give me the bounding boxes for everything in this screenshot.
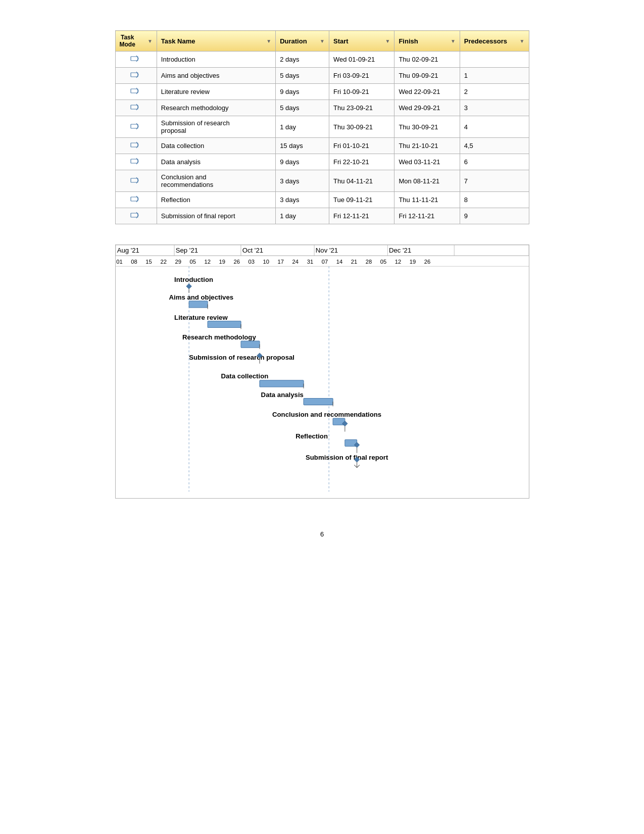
auto-schedule-icon <box>130 87 141 95</box>
svg-text:22: 22 <box>160 259 166 265</box>
gantt-chart: Aug '21 Sep '21 Oct '21 Nov '21 Dec '21 <box>115 244 529 500</box>
cell-predecessors: 3 <box>460 100 529 116</box>
svg-text:03: 03 <box>248 259 254 265</box>
svg-rect-5 <box>131 143 138 147</box>
chart-label-data-analysis: Data analysis <box>261 391 303 399</box>
svg-line-34 <box>357 465 359 467</box>
svg-text:Aug '21: Aug '21 <box>117 247 139 254</box>
svg-text:19: 19 <box>219 259 225 265</box>
svg-text:26: 26 <box>233 259 239 265</box>
cell-start: Fri 10-09-21 <box>329 84 394 100</box>
cell-task-mode <box>115 192 157 208</box>
cell-start: Thu 30-09-21 <box>329 116 394 138</box>
cell-task-name: Data collection <box>157 138 275 154</box>
chart-label-literature: Literature review <box>174 314 228 321</box>
th-task-name: Task Name ▼ <box>157 31 275 52</box>
svg-rect-8 <box>131 197 138 201</box>
cell-predecessors: 8 <box>460 192 529 208</box>
svg-rect-0 <box>131 57 138 61</box>
cell-predecessors: 9 <box>460 208 529 224</box>
svg-rect-6 <box>131 159 138 163</box>
svg-rect-4 <box>131 124 138 128</box>
cell-finish: Wed 22-09-21 <box>394 84 460 100</box>
page: Task Mode ▼ Task Name ▼ Duration ▼ <box>95 0 550 568</box>
cell-duration: 5 days <box>276 100 329 116</box>
svg-text:24: 24 <box>292 259 298 265</box>
svg-rect-2 <box>131 89 138 93</box>
svg-rect-9 <box>131 213 138 217</box>
svg-text:21: 21 <box>351 259 357 265</box>
cell-task-name: Submission of final report <box>157 208 275 224</box>
cell-start: Fri 12-11-21 <box>329 208 394 224</box>
svg-text:28: 28 <box>365 259 371 265</box>
chart-bar-literature <box>208 321 241 327</box>
cell-finish: Thu 11-11-21 <box>394 192 460 208</box>
cell-duration: 3 days <box>276 192 329 208</box>
cell-task-mode <box>115 52 157 68</box>
cell-predecessors <box>460 52 529 68</box>
cell-finish: Mon 08-11-21 <box>394 170 460 192</box>
sort-icon-task-name[interactable]: ▼ <box>266 38 271 44</box>
chart-bar-research <box>241 341 260 348</box>
svg-text:19: 19 <box>409 259 415 265</box>
chart-milestone-introduction <box>186 284 191 289</box>
svg-text:Dec '21: Dec '21 <box>388 247 411 254</box>
cell-predecessors: 4,5 <box>460 138 529 154</box>
auto-schedule-icon <box>130 157 141 165</box>
cell-task-name: Submission of researchproposal <box>157 116 275 138</box>
cell-finish: Wed 29-09-21 <box>394 100 460 116</box>
cell-duration: 1 day <box>276 208 329 224</box>
cell-start: Fri 03-09-21 <box>329 68 394 84</box>
cell-task-name: Aims and objectives <box>157 68 275 84</box>
th-finish: Finish ▼ <box>394 31 460 52</box>
cell-duration: 3 days <box>276 170 329 192</box>
svg-text:07: 07 <box>321 259 327 265</box>
table-row: Data analysis9 daysFri 22-10-21Wed 03-11… <box>115 154 529 170</box>
chart-label-reflection: Reflection <box>295 432 328 440</box>
page-number: 6 <box>320 530 324 538</box>
svg-rect-3 <box>131 105 138 109</box>
sort-icon-pred[interactable]: ▼ <box>520 38 525 44</box>
svg-text:26: 26 <box>424 259 430 265</box>
svg-rect-20 <box>454 245 529 256</box>
cell-predecessors: 7 <box>460 170 529 192</box>
chart-label-research: Research methodology <box>182 333 256 341</box>
chart-label-submission-final: Submission of final report <box>306 454 388 461</box>
cell-task-name: Data analysis <box>157 154 275 170</box>
cell-predecessors: 2 <box>460 84 529 100</box>
svg-text:05: 05 <box>380 259 386 265</box>
svg-text:12: 12 <box>204 259 210 265</box>
cell-predecessors: 6 <box>460 154 529 170</box>
auto-schedule-icon <box>130 141 141 149</box>
page-footer: 6 <box>115 530 529 538</box>
svg-rect-7 <box>131 178 138 182</box>
sort-icon-finish[interactable]: ▼ <box>451 38 456 44</box>
sort-icon-duration[interactable]: ▼ <box>320 38 325 44</box>
cell-duration: 2 days <box>276 52 329 68</box>
cell-task-mode <box>115 138 157 154</box>
cell-task-name: Research methodology <box>157 100 275 116</box>
cell-finish: Thu 30-09-21 <box>394 116 460 138</box>
sort-icon-start[interactable]: ▼ <box>385 38 390 44</box>
auto-schedule-icon <box>130 71 141 79</box>
cell-task-mode <box>115 154 157 170</box>
cell-duration: 9 days <box>276 154 329 170</box>
sort-icon-task-mode[interactable]: ▼ <box>147 38 153 44</box>
cell-task-mode <box>115 170 157 192</box>
cell-start: Fri 01-10-21 <box>329 138 394 154</box>
cell-task-mode <box>115 68 157 84</box>
svg-line-33 <box>354 465 357 467</box>
cell-start: Thu 23-09-21 <box>329 100 394 116</box>
cell-start: Wed 01-09-21 <box>329 52 394 68</box>
cell-duration: 1 day <box>276 116 329 138</box>
svg-text:Sep '21: Sep '21 <box>175 247 197 254</box>
gantt-chart-svg: Aug '21 Sep '21 Oct '21 Nov '21 Dec '21 <box>115 244 529 499</box>
chart-label-submission1: Submission of research proposal <box>189 354 294 361</box>
cell-predecessors: 1 <box>460 68 529 84</box>
table-row: Submission of researchproposal1 dayThu 3… <box>115 116 529 138</box>
cell-finish: Wed 03-11-21 <box>394 154 460 170</box>
svg-text:29: 29 <box>175 259 181 265</box>
cell-start: Thu 04-11-21 <box>329 170 394 192</box>
th-start: Start ▼ <box>329 31 394 52</box>
cell-duration: 15 days <box>276 138 329 154</box>
